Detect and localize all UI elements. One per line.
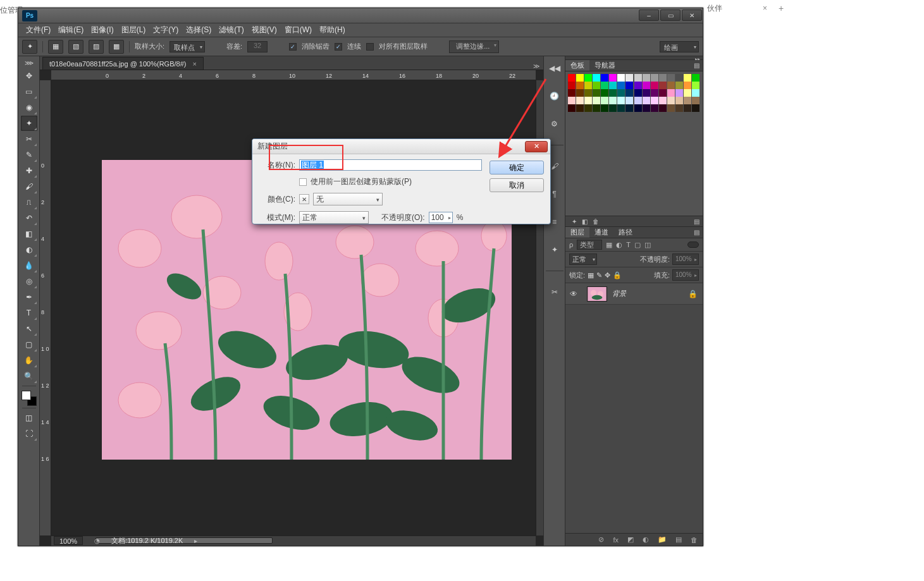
selection-int-icon[interactable]: ▩ xyxy=(109,40,124,54)
refine-edge-button[interactable]: 调整边缘... xyxy=(449,40,499,53)
swatch-cell[interactable] xyxy=(684,89,691,97)
swatch-cell[interactable] xyxy=(609,89,617,97)
swatch-cell[interactable] xyxy=(617,89,625,97)
menu-filter[interactable]: 滤镜(T) xyxy=(215,25,247,35)
swatch-cell[interactable] xyxy=(659,89,667,97)
move-tool-icon[interactable]: ✥ xyxy=(21,68,37,83)
swatch-cell[interactable] xyxy=(584,97,592,104)
lock-pos-icon[interactable]: ✥ xyxy=(605,271,610,279)
swatch-cell[interactable] xyxy=(601,74,608,82)
hand-tool-icon[interactable]: ✋ xyxy=(21,353,37,368)
menu-edit[interactable]: 编辑(E) xyxy=(54,25,87,35)
swatch-cell[interactable] xyxy=(625,89,633,97)
swatch-cell[interactable] xyxy=(568,97,576,104)
layer-name[interactable]: 背景 xyxy=(612,289,626,298)
swatch-cell[interactable] xyxy=(651,74,658,82)
swatch-cell[interactable] xyxy=(659,74,667,82)
brush-tool-icon[interactable]: 🖌 xyxy=(21,179,37,194)
swatch-cell[interactable] xyxy=(675,97,683,104)
contiguous-checkbox[interactable]: ✓ xyxy=(335,43,342,51)
menu-layer[interactable]: 图层(L) xyxy=(118,25,150,35)
swatch-cell[interactable] xyxy=(684,97,691,104)
menu-type[interactable]: 文字(Y) xyxy=(149,25,182,35)
lock-icon[interactable]: 🔒 xyxy=(688,290,698,298)
doc-size[interactable]: 文档:1019.2 K/1019.2K xyxy=(111,536,183,546)
history-brush-tool-icon[interactable]: ↶ xyxy=(21,211,37,226)
dialog-titlebar[interactable]: 新建图层 ✕ xyxy=(252,139,550,154)
menu-help[interactable]: 帮助(H) xyxy=(316,25,349,35)
minimize-button[interactable]: – xyxy=(639,9,659,21)
swatch-cell[interactable] xyxy=(609,74,617,82)
menu-file[interactable]: 文件(F) xyxy=(22,25,54,35)
swatch-cell[interactable] xyxy=(609,97,617,104)
swatch-cell[interactable] xyxy=(617,104,625,112)
swatch-cell[interactable] xyxy=(593,89,600,97)
swatch-cell[interactable] xyxy=(625,97,633,104)
pen-tool-icon[interactable]: ✒ xyxy=(21,290,37,305)
cancel-button[interactable]: 取消 xyxy=(490,178,544,192)
swatch-cell[interactable] xyxy=(634,97,642,104)
heal-tool-icon[interactable]: ✚ xyxy=(21,163,37,178)
fx-icon[interactable]: fx xyxy=(613,536,619,544)
filter-smart-icon[interactable]: ◫ xyxy=(644,241,651,249)
menu-window[interactable]: 窗口(W) xyxy=(281,25,316,35)
trash-icon[interactable]: 🗑 xyxy=(691,536,698,544)
swatch-cell[interactable] xyxy=(643,104,650,112)
opacity-input[interactable]: 100 xyxy=(429,212,453,223)
selection-add-icon[interactable]: ▧ xyxy=(68,40,83,54)
swatch-cell[interactable] xyxy=(601,89,608,97)
swatch-cell[interactable] xyxy=(675,89,683,97)
marquee-tool-icon[interactable]: ▭ xyxy=(21,84,37,99)
dialog-close-button[interactable]: ✕ xyxy=(525,141,548,152)
swatch-cell[interactable] xyxy=(609,104,617,112)
tab-swatches[interactable]: 色板 xyxy=(565,60,589,71)
workspace-select[interactable]: 绘画 xyxy=(660,41,699,52)
panel-icon[interactable]: ◧ xyxy=(579,218,590,225)
swatch-cell[interactable] xyxy=(651,97,658,104)
status-icon[interactable]: ◔ xyxy=(94,537,100,544)
eyedropper-tool-icon[interactable]: ✎ xyxy=(21,147,37,162)
swatch-cell[interactable] xyxy=(617,97,625,104)
group-icon[interactable]: 📁 xyxy=(658,535,667,544)
lasso-tool-icon[interactable]: ◉ xyxy=(21,100,37,115)
swatch-cell[interactable] xyxy=(625,82,633,89)
swatch-cell[interactable] xyxy=(576,104,584,112)
history-panel-icon[interactable]: 🕘 xyxy=(546,88,563,104)
filter-switch[interactable] xyxy=(687,242,699,248)
panel-menu-icon[interactable]: ▤ xyxy=(691,229,703,236)
adjustment-icon[interactable]: ◐ xyxy=(643,535,649,544)
swatch-cell[interactable] xyxy=(576,82,584,89)
selection-new-icon[interactable]: ▦ xyxy=(48,40,63,54)
swatch-cell[interactable] xyxy=(643,89,650,97)
lock-paint-icon[interactable]: ✎ xyxy=(596,271,602,279)
swatch-cell[interactable] xyxy=(601,104,608,112)
tab-navigator[interactable]: 导航器 xyxy=(589,60,620,71)
swatch-cell[interactable] xyxy=(634,82,642,89)
ruler-horizontal[interactable]: 0 2 4 6 8 10 12 14 16 18 20 22 24 xyxy=(51,70,536,80)
swatch-cell[interactable] xyxy=(692,97,699,104)
tolerance-input[interactable]: 32 xyxy=(247,41,268,52)
swatch-cell[interactable] xyxy=(684,82,691,89)
swatch-cell[interactable] xyxy=(576,97,584,104)
menu-view[interactable]: 视图(V) xyxy=(248,25,281,35)
swatch-cell[interactable] xyxy=(643,74,650,82)
browser-tab[interactable]: 伙伴 × xyxy=(703,2,771,15)
panel-menu-icon[interactable]: ▤ xyxy=(691,218,703,225)
panel-icon[interactable]: ✦ xyxy=(569,218,579,225)
current-tool-icon[interactable]: ✦ xyxy=(22,40,37,54)
styles-panel-icon[interactable]: ✦ xyxy=(546,242,563,258)
swatch-cell[interactable] xyxy=(593,82,600,89)
close-button[interactable]: ✕ xyxy=(682,9,702,21)
visibility-icon[interactable]: 👁 xyxy=(565,290,582,298)
maximize-button[interactable]: ▭ xyxy=(660,9,681,21)
antialias-checkbox[interactable]: ✓ xyxy=(289,43,297,51)
swatch-cell[interactable] xyxy=(675,104,683,112)
status-chevron-icon[interactable]: ▸ xyxy=(194,537,197,544)
swatch-cell[interactable] xyxy=(667,82,675,89)
adjust-panel-icon[interactable]: ✂ xyxy=(546,284,563,300)
swatch-cell[interactable] xyxy=(576,74,584,82)
new-layer-icon[interactable]: ▤ xyxy=(675,535,682,544)
type-tool-icon[interactable]: T xyxy=(21,305,37,321)
lock-all-icon[interactable]: 🔒 xyxy=(613,271,622,279)
swatch-cell[interactable] xyxy=(675,74,683,82)
